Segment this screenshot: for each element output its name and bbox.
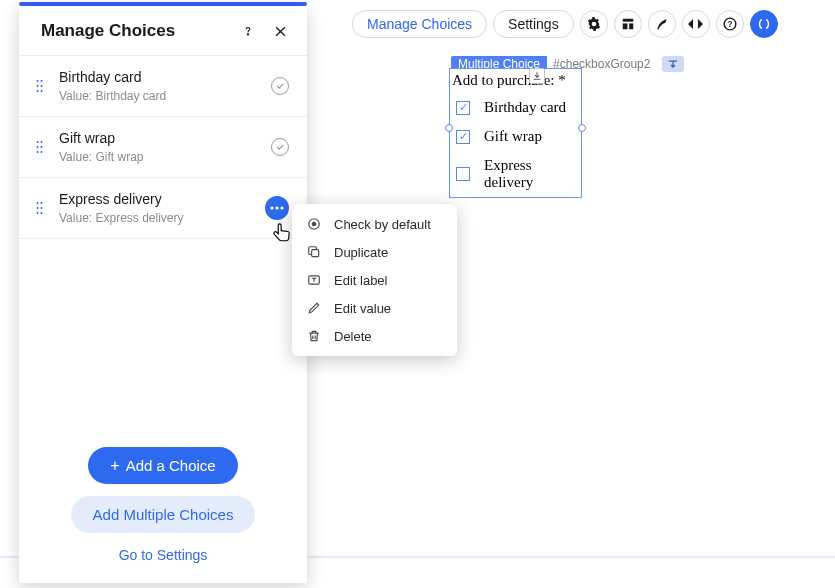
add-choice-button[interactable]: + Add a Choice [88,447,237,484]
svg-text:?: ? [727,20,732,29]
option-label: Express delivery [484,157,575,191]
svg-point-5 [247,34,248,35]
pencil-icon [306,300,322,316]
svg-point-13 [40,141,42,143]
trash-icon [306,328,322,344]
svg-point-10 [36,90,38,92]
choice-label: Express delivery [59,191,265,207]
choice-value: Value: Gift wrap [59,150,271,164]
manage-choices-panel: Manage Choices Birthday card Value: Birt… [19,6,307,583]
svg-point-7 [40,80,42,82]
svg-point-26 [280,206,283,209]
svg-point-6 [36,80,38,82]
svg-point-16 [36,151,38,153]
drag-handle-icon[interactable] [33,202,45,214]
panel-footer: + Add a Choice Add Multiple Choices Go t… [19,447,307,583]
svg-rect-1 [622,23,627,29]
element-toolbar: Manage Choices Settings ? [352,10,778,38]
svg-point-21 [40,207,42,209]
checked-default-icon[interactable] [271,138,289,156]
drag-handle-icon[interactable] [33,141,45,153]
svg-point-12 [36,141,38,143]
context-label: Edit value [334,301,391,316]
context-edit-value[interactable]: Edit value [292,294,457,322]
svg-point-20 [36,207,38,209]
context-edit-label[interactable]: Edit label [292,266,457,294]
checkbox-group-title: Add to purchase: * [450,69,581,93]
svg-rect-2 [629,23,633,29]
selection-handle-left[interactable] [445,124,453,132]
help-icon[interactable] [239,22,257,40]
checkbox-icon: ✓ [456,101,470,115]
anchor-download-icon[interactable] [529,68,545,84]
choice-value: Value: Birthday card [59,89,271,103]
context-label: Check by default [334,217,431,232]
option-label: Birthday card [484,99,566,116]
svg-point-23 [40,212,42,214]
manage-choices-tab[interactable]: Manage Choices [352,10,487,38]
checkbox-icon: ✓ [456,130,470,144]
checkbox-option[interactable]: Express delivery [450,151,581,197]
layout-icon[interactable] [614,10,642,38]
context-label: Duplicate [334,245,388,260]
svg-rect-29 [312,250,319,257]
duplicate-icon [306,244,322,260]
element-collapse-icon[interactable] [662,56,684,72]
context-delete[interactable]: Delete [292,322,457,350]
stretch-icon[interactable] [682,10,710,38]
context-label: Edit label [334,273,387,288]
svg-point-24 [270,206,273,209]
selection-handle-right[interactable] [578,124,586,132]
choice-row[interactable]: Gift wrap Value: Gift wrap [19,117,307,178]
context-check-by-default[interactable]: Check by default [292,210,457,238]
more-actions-button[interactable] [265,196,289,220]
go-to-settings-link[interactable]: Go to Settings [119,547,208,563]
text-icon [306,272,322,288]
svg-point-18 [36,202,38,204]
svg-point-9 [40,85,42,87]
svg-point-19 [40,202,42,204]
panel-header: Manage Choices [19,6,307,56]
add-choice-label: Add a Choice [126,457,216,474]
help-icon[interactable]: ? [716,10,744,38]
panel-title: Manage Choices [41,21,225,41]
checkbox-group-widget[interactable]: Add to purchase: * ✓ Birthday card ✓ Gif… [449,68,582,198]
choice-context-menu: Check by default Duplicate Edit label Ed… [292,204,457,356]
animation-icon[interactable] [648,10,676,38]
choice-row[interactable]: Express delivery Value: Express delivery [19,178,307,239]
context-duplicate[interactable]: Duplicate [292,238,457,266]
choice-list: Birthday card Value: Birthday card Gift … [19,56,307,239]
add-multiple-choices-button[interactable]: Add Multiple Choices [71,496,256,533]
design-icon[interactable] [580,10,608,38]
svg-point-8 [36,85,38,87]
svg-point-22 [36,212,38,214]
checkbox-icon [456,167,470,181]
drag-handle-icon[interactable] [33,80,45,92]
svg-point-17 [40,151,42,153]
svg-point-28 [312,222,316,226]
choice-label: Birthday card [59,69,271,85]
option-label: Gift wrap [484,128,542,145]
choice-row[interactable]: Birthday card Value: Birthday card [19,56,307,117]
svg-point-14 [36,146,38,148]
checked-default-icon[interactable] [271,77,289,95]
settings-tab[interactable]: Settings [493,10,574,38]
plus-icon: + [110,458,119,474]
radio-check-icon [306,216,322,232]
checkbox-option[interactable]: ✓ Birthday card [450,93,581,122]
close-icon[interactable] [271,22,289,40]
svg-point-11 [40,90,42,92]
svg-rect-0 [622,19,633,22]
svg-point-25 [275,206,278,209]
svg-point-15 [40,146,42,148]
dev-mode-icon[interactable] [750,10,778,38]
choice-label: Gift wrap [59,130,271,146]
choice-value: Value: Express delivery [59,211,265,225]
checkbox-option[interactable]: ✓ Gift wrap [450,122,581,151]
context-label: Delete [334,329,372,344]
